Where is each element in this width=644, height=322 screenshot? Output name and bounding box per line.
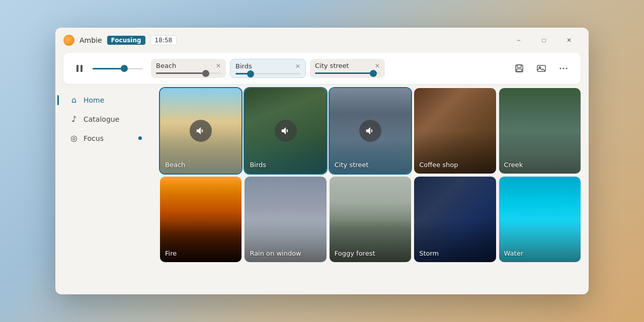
sidebar-item-home[interactable]: ⌂ Home [59, 91, 152, 109]
chip-header-birds: Birds ✕ [235, 62, 300, 70]
card-label-water: Water [504, 250, 523, 257]
sound-card-water[interactable]: Water [499, 177, 581, 262]
master-volume-slider[interactable] [93, 68, 143, 69]
active-sounds: Beach ✕ Birds ✕ City street ✕ [151, 59, 502, 78]
sidebar: ⌂ Home ♪ Catalogue ◎ Focus [55, 84, 156, 294]
chip-name-beach: Beach [156, 62, 176, 69]
card-label-fire: Fire [165, 250, 177, 257]
sidebar-label-focus: Focus [84, 134, 104, 142]
more-icon [558, 63, 569, 73]
pause-icon [74, 63, 85, 73]
save-button[interactable] [510, 59, 528, 77]
timer-badge: 18:58 [150, 35, 177, 45]
save-icon [514, 63, 524, 73]
app-icon [63, 35, 74, 46]
transport-bar: Beach ✕ Birds ✕ City street ✕ [63, 53, 581, 84]
home-icon: ⌂ [69, 95, 78, 105]
card-label-creek: Creek [504, 161, 523, 169]
sidebar-item-focus[interactable]: ◎ Focus [59, 129, 152, 147]
sound-card-creek[interactable]: Creek [499, 88, 581, 174]
app-name: Ambie [79, 36, 102, 44]
catalogue-icon: ♪ [69, 114, 78, 124]
image-icon [536, 63, 546, 73]
image-button[interactable] [532, 59, 550, 77]
card-label-storm: Storm [419, 250, 439, 257]
chip-close-city[interactable]: ✕ [375, 63, 380, 69]
sound-card-rain-window[interactable]: Rain on window [245, 177, 326, 262]
card-label-fog-forest: Foggy forest [335, 250, 375, 257]
card-label-beach: Beach [165, 161, 185, 169]
titlebar-controls: − □ ✕ [507, 32, 581, 48]
card-label-coffee-shop: Coffee shop [419, 161, 458, 169]
svg-point-7 [560, 68, 561, 69]
sound-card-storm[interactable]: Storm [414, 177, 496, 262]
speaker-icon-city [365, 125, 376, 136]
card-label-city-street: City street [335, 161, 369, 169]
sound-icon-beach [190, 120, 212, 142]
svg-rect-1 [80, 65, 83, 72]
sound-card-city-street[interactable]: City street [330, 88, 411, 174]
main-content: ⌂ Home ♪ Catalogue ◎ Focus [55, 84, 589, 294]
sound-grid-area: Beach Birds [156, 84, 589, 294]
sound-card-fog-forest[interactable]: Foggy forest [330, 177, 411, 262]
focus-dot [138, 136, 142, 140]
sound-icon-city-street [359, 120, 381, 142]
card-label-rain-window: Rain on window [250, 250, 301, 257]
svg-point-9 [566, 68, 568, 69]
sound-card-birds[interactable]: Birds [245, 88, 326, 174]
sound-card-fire[interactable]: Fire [160, 177, 242, 262]
chip-name-birds: Birds [235, 62, 252, 70]
sidebar-label-home: Home [84, 96, 104, 104]
maximize-button[interactable]: □ [532, 32, 555, 48]
sound-card-beach[interactable]: Beach [160, 88, 242, 174]
chip-header-city: City street ✕ [315, 62, 380, 69]
svg-rect-0 [76, 65, 78, 72]
titlebar: Ambie Focusing 18:58 − □ ✕ [55, 28, 589, 53]
chip-close-birds[interactable]: ✕ [295, 63, 300, 69]
pause-button[interactable] [71, 60, 88, 76]
sound-chip-city: City street ✕ [310, 59, 385, 78]
minimize-button[interactable]: − [507, 32, 530, 48]
sound-card-coffee-shop[interactable]: Coffee shop [414, 88, 496, 174]
sound-grid: Beach Birds [160, 88, 581, 262]
more-button[interactable] [554, 59, 573, 77]
focus-badge: Focusing [107, 36, 145, 45]
svg-rect-3 [517, 65, 521, 67]
chip-slider-city[interactable] [315, 72, 380, 74]
speaker-icon [195, 125, 206, 136]
card-label-birds: Birds [250, 161, 266, 169]
transport-actions [510, 59, 573, 77]
speaker-icon-birds [280, 125, 291, 136]
chip-slider-beach[interactable] [156, 72, 221, 74]
close-button[interactable]: ✕ [557, 32, 581, 48]
sound-chip-beach: Beach ✕ [151, 59, 226, 78]
chip-close-beach[interactable]: ✕ [216, 63, 221, 69]
sidebar-label-catalogue: Catalogue [84, 115, 119, 123]
chip-header-beach: Beach ✕ [156, 62, 221, 69]
svg-rect-4 [517, 69, 522, 71]
sound-icon-birds [275, 120, 297, 142]
chip-slider-birds[interactable] [235, 73, 300, 74]
titlebar-left: Ambie Focusing 18:58 [63, 35, 507, 46]
sound-chip-birds: Birds ✕ [230, 59, 306, 78]
chip-name-city: City street [315, 62, 349, 69]
app-window: Ambie Focusing 18:58 − □ ✕ Beach [55, 28, 589, 294]
transport-controls [71, 60, 143, 76]
svg-point-8 [563, 68, 565, 69]
focus-icon: ◎ [69, 133, 78, 143]
sidebar-item-catalogue[interactable]: ♪ Catalogue [59, 110, 152, 128]
